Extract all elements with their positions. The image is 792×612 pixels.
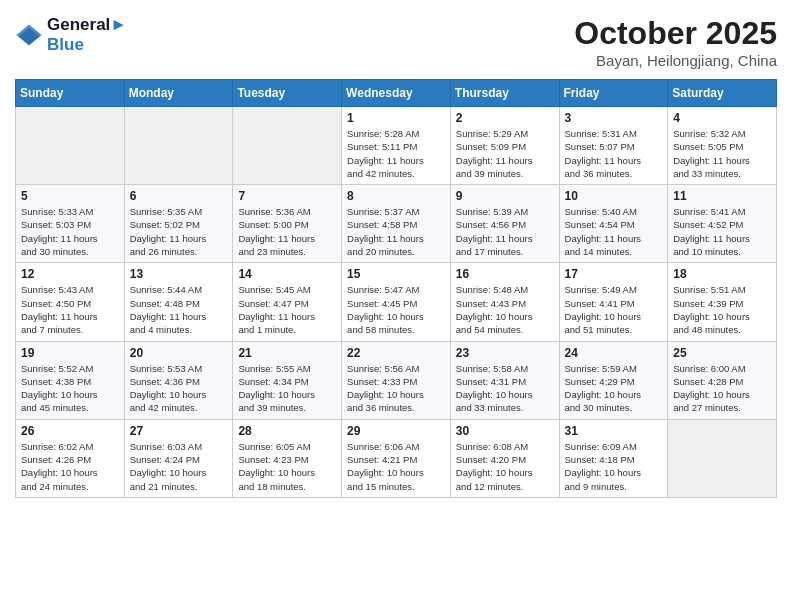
header: General► Blue October 2025 Bayan, Heilon…: [15, 15, 777, 69]
day-header-tuesday: Tuesday: [233, 80, 342, 107]
calendar-cell: 12Sunrise: 5:43 AM Sunset: 4:50 PM Dayli…: [16, 263, 125, 341]
day-info: Sunrise: 5:35 AM Sunset: 5:02 PM Dayligh…: [130, 205, 228, 258]
calendar-cell: [668, 419, 777, 497]
day-number: 9: [456, 189, 554, 203]
day-number: 23: [456, 346, 554, 360]
calendar-cell: 25Sunrise: 6:00 AM Sunset: 4:28 PM Dayli…: [668, 341, 777, 419]
week-row-5: 26Sunrise: 6:02 AM Sunset: 4:26 PM Dayli…: [16, 419, 777, 497]
week-row-3: 12Sunrise: 5:43 AM Sunset: 4:50 PM Dayli…: [16, 263, 777, 341]
days-header-row: SundayMondayTuesdayWednesdayThursdayFrid…: [16, 80, 777, 107]
calendar-body: 1Sunrise: 5:28 AM Sunset: 5:11 PM Daylig…: [16, 107, 777, 498]
calendar-cell: 24Sunrise: 5:59 AM Sunset: 4:29 PM Dayli…: [559, 341, 668, 419]
calendar-cell: 21Sunrise: 5:55 AM Sunset: 4:34 PM Dayli…: [233, 341, 342, 419]
day-number: 1: [347, 111, 445, 125]
calendar-table: SundayMondayTuesdayWednesdayThursdayFrid…: [15, 79, 777, 498]
calendar-cell: [233, 107, 342, 185]
day-number: 10: [565, 189, 663, 203]
calendar-cell: 4Sunrise: 5:32 AM Sunset: 5:05 PM Daylig…: [668, 107, 777, 185]
day-number: 7: [238, 189, 336, 203]
day-info: Sunrise: 5:36 AM Sunset: 5:00 PM Dayligh…: [238, 205, 336, 258]
day-info: Sunrise: 5:47 AM Sunset: 4:45 PM Dayligh…: [347, 283, 445, 336]
calendar-cell: 3Sunrise: 5:31 AM Sunset: 5:07 PM Daylig…: [559, 107, 668, 185]
day-info: Sunrise: 5:32 AM Sunset: 5:05 PM Dayligh…: [673, 127, 771, 180]
calendar-cell: 22Sunrise: 5:56 AM Sunset: 4:33 PM Dayli…: [342, 341, 451, 419]
day-number: 31: [565, 424, 663, 438]
day-header-monday: Monday: [124, 80, 233, 107]
day-info: Sunrise: 5:58 AM Sunset: 4:31 PM Dayligh…: [456, 362, 554, 415]
calendar-cell: 5Sunrise: 5:33 AM Sunset: 5:03 PM Daylig…: [16, 185, 125, 263]
day-number: 6: [130, 189, 228, 203]
day-number: 18: [673, 267, 771, 281]
day-header-wednesday: Wednesday: [342, 80, 451, 107]
day-number: 24: [565, 346, 663, 360]
day-info: Sunrise: 5:41 AM Sunset: 4:52 PM Dayligh…: [673, 205, 771, 258]
day-info: Sunrise: 5:40 AM Sunset: 4:54 PM Dayligh…: [565, 205, 663, 258]
calendar-cell: 1Sunrise: 5:28 AM Sunset: 5:11 PM Daylig…: [342, 107, 451, 185]
day-info: Sunrise: 5:59 AM Sunset: 4:29 PM Dayligh…: [565, 362, 663, 415]
calendar-cell: 26Sunrise: 6:02 AM Sunset: 4:26 PM Dayli…: [16, 419, 125, 497]
calendar-cell: 31Sunrise: 6:09 AM Sunset: 4:18 PM Dayli…: [559, 419, 668, 497]
logo-icon: [15, 21, 43, 49]
day-info: Sunrise: 5:51 AM Sunset: 4:39 PM Dayligh…: [673, 283, 771, 336]
day-number: 5: [21, 189, 119, 203]
week-row-4: 19Sunrise: 5:52 AM Sunset: 4:38 PM Dayli…: [16, 341, 777, 419]
day-info: Sunrise: 5:31 AM Sunset: 5:07 PM Dayligh…: [565, 127, 663, 180]
day-info: Sunrise: 6:00 AM Sunset: 4:28 PM Dayligh…: [673, 362, 771, 415]
calendar-cell: 10Sunrise: 5:40 AM Sunset: 4:54 PM Dayli…: [559, 185, 668, 263]
day-number: 3: [565, 111, 663, 125]
day-info: Sunrise: 6:05 AM Sunset: 4:23 PM Dayligh…: [238, 440, 336, 493]
calendar-cell: 18Sunrise: 5:51 AM Sunset: 4:39 PM Dayli…: [668, 263, 777, 341]
calendar-cell: 2Sunrise: 5:29 AM Sunset: 5:09 PM Daylig…: [450, 107, 559, 185]
logo-text: General► Blue: [47, 15, 127, 55]
day-number: 16: [456, 267, 554, 281]
calendar-cell: 8Sunrise: 5:37 AM Sunset: 4:58 PM Daylig…: [342, 185, 451, 263]
day-number: 26: [21, 424, 119, 438]
location-subtitle: Bayan, Heilongjiang, China: [574, 52, 777, 69]
calendar-header: SundayMondayTuesdayWednesdayThursdayFrid…: [16, 80, 777, 107]
day-info: Sunrise: 5:56 AM Sunset: 4:33 PM Dayligh…: [347, 362, 445, 415]
day-header-saturday: Saturday: [668, 80, 777, 107]
day-number: 13: [130, 267, 228, 281]
day-number: 11: [673, 189, 771, 203]
svg-marker-1: [19, 28, 40, 45]
day-number: 30: [456, 424, 554, 438]
calendar-cell: 6Sunrise: 5:35 AM Sunset: 5:02 PM Daylig…: [124, 185, 233, 263]
day-info: Sunrise: 5:55 AM Sunset: 4:34 PM Dayligh…: [238, 362, 336, 415]
calendar-cell: 9Sunrise: 5:39 AM Sunset: 4:56 PM Daylig…: [450, 185, 559, 263]
week-row-2: 5Sunrise: 5:33 AM Sunset: 5:03 PM Daylig…: [16, 185, 777, 263]
day-number: 21: [238, 346, 336, 360]
day-info: Sunrise: 5:29 AM Sunset: 5:09 PM Dayligh…: [456, 127, 554, 180]
day-number: 20: [130, 346, 228, 360]
day-info: Sunrise: 5:33 AM Sunset: 5:03 PM Dayligh…: [21, 205, 119, 258]
day-info: Sunrise: 6:02 AM Sunset: 4:26 PM Dayligh…: [21, 440, 119, 493]
calendar-cell: 16Sunrise: 5:48 AM Sunset: 4:43 PM Dayli…: [450, 263, 559, 341]
day-info: Sunrise: 5:37 AM Sunset: 4:58 PM Dayligh…: [347, 205, 445, 258]
calendar-cell: 7Sunrise: 5:36 AM Sunset: 5:00 PM Daylig…: [233, 185, 342, 263]
title-area: October 2025 Bayan, Heilongjiang, China: [574, 15, 777, 69]
day-info: Sunrise: 6:08 AM Sunset: 4:20 PM Dayligh…: [456, 440, 554, 493]
day-info: Sunrise: 5:44 AM Sunset: 4:48 PM Dayligh…: [130, 283, 228, 336]
day-number: 27: [130, 424, 228, 438]
logo: General► Blue: [15, 15, 127, 55]
calendar-cell: 13Sunrise: 5:44 AM Sunset: 4:48 PM Dayli…: [124, 263, 233, 341]
day-number: 19: [21, 346, 119, 360]
day-info: Sunrise: 5:43 AM Sunset: 4:50 PM Dayligh…: [21, 283, 119, 336]
day-number: 12: [21, 267, 119, 281]
calendar-cell: 23Sunrise: 5:58 AM Sunset: 4:31 PM Dayli…: [450, 341, 559, 419]
day-header-friday: Friday: [559, 80, 668, 107]
calendar-cell: 29Sunrise: 6:06 AM Sunset: 4:21 PM Dayli…: [342, 419, 451, 497]
day-info: Sunrise: 5:52 AM Sunset: 4:38 PM Dayligh…: [21, 362, 119, 415]
calendar-cell: 14Sunrise: 5:45 AM Sunset: 4:47 PM Dayli…: [233, 263, 342, 341]
day-info: Sunrise: 5:49 AM Sunset: 4:41 PM Dayligh…: [565, 283, 663, 336]
calendar-cell: 30Sunrise: 6:08 AM Sunset: 4:20 PM Dayli…: [450, 419, 559, 497]
day-header-sunday: Sunday: [16, 80, 125, 107]
calendar-cell: 11Sunrise: 5:41 AM Sunset: 4:52 PM Dayli…: [668, 185, 777, 263]
day-info: Sunrise: 6:03 AM Sunset: 4:24 PM Dayligh…: [130, 440, 228, 493]
week-row-1: 1Sunrise: 5:28 AM Sunset: 5:11 PM Daylig…: [16, 107, 777, 185]
day-number: 25: [673, 346, 771, 360]
day-number: 8: [347, 189, 445, 203]
month-title: October 2025: [574, 15, 777, 52]
day-header-thursday: Thursday: [450, 80, 559, 107]
day-info: Sunrise: 5:45 AM Sunset: 4:47 PM Dayligh…: [238, 283, 336, 336]
day-number: 29: [347, 424, 445, 438]
